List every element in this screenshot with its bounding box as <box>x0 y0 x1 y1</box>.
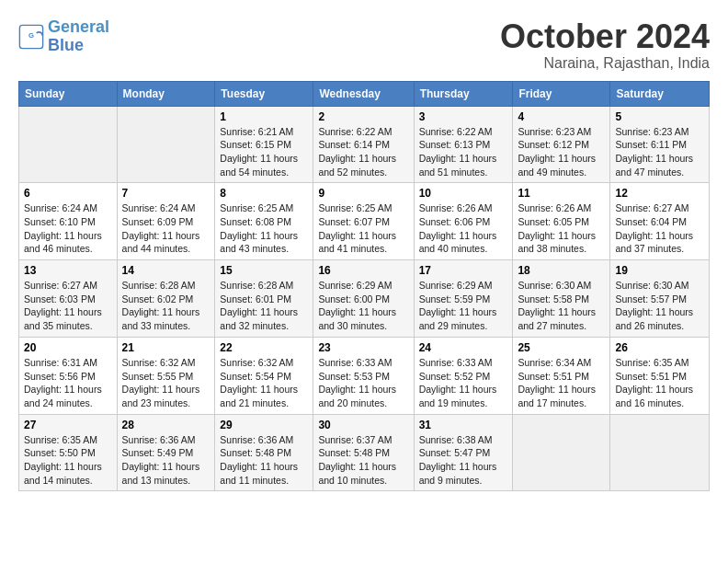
calendar-cell <box>19 106 118 183</box>
day-info: Sunrise: 6:33 AMSunset: 5:53 PMDaylight:… <box>318 356 408 410</box>
day-number: 26 <box>615 341 704 354</box>
title-block: October 2024 Naraina, Rajasthan, India <box>500 18 710 72</box>
day-info: Sunrise: 6:24 AMSunset: 6:10 PMDaylight:… <box>24 201 112 256</box>
calendar-cell: 1Sunrise: 6:21 AMSunset: 6:15 PMDaylight… <box>215 106 313 183</box>
day-number: 9 <box>318 187 408 200</box>
page-subtitle: Naraina, Rajasthan, India <box>500 55 710 72</box>
day-info: Sunrise: 6:28 AMSunset: 6:01 PMDaylight:… <box>220 279 308 333</box>
day-info: Sunrise: 6:32 AMSunset: 5:55 PMDaylight:… <box>122 356 210 410</box>
day-info: Sunrise: 6:38 AMSunset: 5:47 PMDaylight:… <box>419 433 508 488</box>
day-number: 21 <box>122 341 210 354</box>
calendar-cell: 11Sunrise: 6:26 AMSunset: 6:05 PMDayligh… <box>513 183 610 260</box>
calendar-cell: 19Sunrise: 6:30 AMSunset: 5:57 PMDayligh… <box>610 260 710 338</box>
day-info: Sunrise: 6:30 AMSunset: 5:58 PMDaylight:… <box>518 279 605 333</box>
day-number: 20 <box>24 341 112 354</box>
calendar-cell: 25Sunrise: 6:34 AMSunset: 5:51 PMDayligh… <box>513 337 610 414</box>
calendar-cell: 10Sunrise: 6:26 AMSunset: 6:06 PMDayligh… <box>414 183 513 260</box>
calendar-cell: 4Sunrise: 6:23 AMSunset: 6:12 PMDaylight… <box>513 106 610 183</box>
day-number: 7 <box>122 187 210 200</box>
day-info: Sunrise: 6:22 AMSunset: 6:13 PMDaylight:… <box>419 125 508 179</box>
week-row-4: 20Sunrise: 6:31 AMSunset: 5:56 PMDayligh… <box>19 337 710 414</box>
day-info: Sunrise: 6:32 AMSunset: 5:54 PMDaylight:… <box>220 356 308 410</box>
calendar-cell: 23Sunrise: 6:33 AMSunset: 5:53 PMDayligh… <box>313 337 414 414</box>
day-number: 1 <box>220 110 308 123</box>
svg-text:G: G <box>28 31 34 40</box>
calendar-cell: 21Sunrise: 6:32 AMSunset: 5:55 PMDayligh… <box>117 337 215 414</box>
day-number: 28 <box>122 419 210 431</box>
calendar-cell: 6Sunrise: 6:24 AMSunset: 6:10 PMDaylight… <box>19 183 118 260</box>
week-row-1: 1Sunrise: 6:21 AMSunset: 6:15 PMDaylight… <box>19 106 710 183</box>
calendar-cell: 28Sunrise: 6:36 AMSunset: 5:49 PMDayligh… <box>117 414 215 491</box>
day-number: 8 <box>220 187 308 200</box>
day-info: Sunrise: 6:28 AMSunset: 6:02 PMDaylight:… <box>122 279 210 333</box>
calendar-cell: 3Sunrise: 6:22 AMSunset: 6:13 PMDaylight… <box>414 106 513 183</box>
day-number: 6 <box>24 187 112 200</box>
calendar-cell: 27Sunrise: 6:35 AMSunset: 5:50 PMDayligh… <box>19 414 118 491</box>
calendar-cell: 24Sunrise: 6:33 AMSunset: 5:52 PMDayligh… <box>414 337 513 414</box>
day-number: 3 <box>419 110 508 123</box>
calendar-table: SundayMondayTuesdayWednesdayThursdayFrid… <box>18 81 710 492</box>
day-number: 2 <box>318 110 408 123</box>
header-sunday: Sunday <box>19 81 118 106</box>
calendar-cell: 26Sunrise: 6:35 AMSunset: 5:51 PMDayligh… <box>610 337 710 414</box>
day-info: Sunrise: 6:35 AMSunset: 5:50 PMDaylight:… <box>24 433 112 488</box>
day-info: Sunrise: 6:35 AMSunset: 5:51 PMDaylight:… <box>615 356 704 410</box>
day-number: 16 <box>318 264 408 277</box>
day-info: Sunrise: 6:24 AMSunset: 6:09 PMDaylight:… <box>122 201 210 256</box>
day-number: 25 <box>518 341 605 354</box>
page-title: October 2024 <box>500 18 710 55</box>
day-info: Sunrise: 6:29 AMSunset: 5:59 PMDaylight:… <box>419 279 508 333</box>
day-info: Sunrise: 6:23 AMSunset: 6:11 PMDaylight:… <box>615 125 704 179</box>
day-number: 13 <box>24 264 112 277</box>
calendar-cell: 31Sunrise: 6:38 AMSunset: 5:47 PMDayligh… <box>414 414 513 491</box>
day-info: Sunrise: 6:37 AMSunset: 5:48 PMDaylight:… <box>318 433 408 488</box>
day-info: Sunrise: 6:21 AMSunset: 6:15 PMDaylight:… <box>220 125 308 179</box>
calendar-cell <box>610 414 710 491</box>
week-row-5: 27Sunrise: 6:35 AMSunset: 5:50 PMDayligh… <box>19 414 710 491</box>
day-number: 15 <box>220 264 308 277</box>
logo-icon: G <box>18 24 44 50</box>
header-wednesday: Wednesday <box>313 81 414 106</box>
day-number: 11 <box>518 187 605 200</box>
day-info: Sunrise: 6:25 AMSunset: 6:07 PMDaylight:… <box>318 201 408 256</box>
header-friday: Friday <box>513 81 610 106</box>
calendar-cell <box>117 106 215 183</box>
logo-line1: General <box>48 17 109 36</box>
calendar-cell: 2Sunrise: 6:22 AMSunset: 6:14 PMDaylight… <box>313 106 414 183</box>
day-number: 23 <box>318 341 408 354</box>
day-info: Sunrise: 6:34 AMSunset: 5:51 PMDaylight:… <box>518 356 605 410</box>
calendar-cell: 8Sunrise: 6:25 AMSunset: 6:08 PMDaylight… <box>215 183 313 260</box>
logo: G General Blue <box>18 18 109 55</box>
day-number: 17 <box>419 264 508 277</box>
day-info: Sunrise: 6:31 AMSunset: 5:56 PMDaylight:… <box>24 356 112 410</box>
day-info: Sunrise: 6:36 AMSunset: 5:48 PMDaylight:… <box>220 433 308 488</box>
calendar-cell: 13Sunrise: 6:27 AMSunset: 6:03 PMDayligh… <box>19 260 118 338</box>
calendar-cell: 14Sunrise: 6:28 AMSunset: 6:02 PMDayligh… <box>117 260 215 338</box>
day-number: 18 <box>518 264 605 277</box>
day-info: Sunrise: 6:29 AMSunset: 6:00 PMDaylight:… <box>318 279 408 333</box>
header-row: SundayMondayTuesdayWednesdayThursdayFrid… <box>19 81 710 106</box>
calendar-cell: 30Sunrise: 6:37 AMSunset: 5:48 PMDayligh… <box>313 414 414 491</box>
calendar-cell: 7Sunrise: 6:24 AMSunset: 6:09 PMDaylight… <box>117 183 215 260</box>
day-number: 27 <box>24 419 112 431</box>
day-number: 10 <box>419 187 508 200</box>
day-number: 30 <box>318 419 408 431</box>
calendar-cell: 18Sunrise: 6:30 AMSunset: 5:58 PMDayligh… <box>513 260 610 338</box>
day-number: 12 <box>615 187 704 200</box>
day-number: 5 <box>615 110 704 123</box>
day-number: 4 <box>518 110 605 123</box>
day-info: Sunrise: 6:33 AMSunset: 5:52 PMDaylight:… <box>419 356 508 410</box>
header-tuesday: Tuesday <box>215 81 313 106</box>
header-saturday: Saturday <box>610 81 710 106</box>
calendar-cell <box>513 414 610 491</box>
page-header: G General Blue October 2024 Naraina, Raj… <box>18 18 710 72</box>
calendar-cell: 12Sunrise: 6:27 AMSunset: 6:04 PMDayligh… <box>610 183 710 260</box>
day-info: Sunrise: 6:36 AMSunset: 5:49 PMDaylight:… <box>122 433 210 488</box>
day-info: Sunrise: 6:26 AMSunset: 6:05 PMDaylight:… <box>518 201 605 256</box>
day-number: 22 <box>220 341 308 354</box>
day-number: 14 <box>122 264 210 277</box>
day-number: 24 <box>419 341 508 354</box>
day-number: 29 <box>220 419 308 431</box>
day-info: Sunrise: 6:25 AMSunset: 6:08 PMDaylight:… <box>220 201 308 256</box>
day-info: Sunrise: 6:22 AMSunset: 6:14 PMDaylight:… <box>318 125 408 179</box>
